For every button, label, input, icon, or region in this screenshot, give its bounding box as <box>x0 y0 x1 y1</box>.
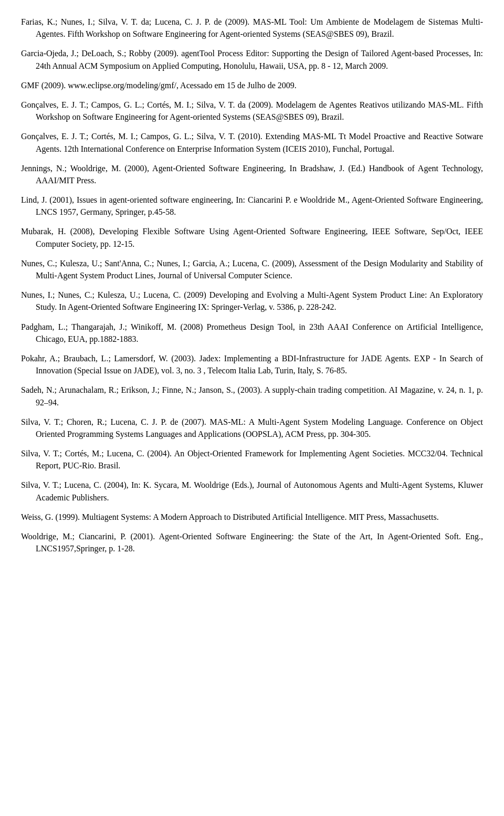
reference-text: Mubarak, H. (2008), Developing Flexible … <box>21 225 483 249</box>
reference-text: Lind, J. (2001), Issues in agent-oriente… <box>21 194 483 218</box>
reference-item: Garcia-Ojeda, J.; DeLoach, S.; Robby (20… <box>21 47 483 71</box>
reference-text: Gonçalves, E. J. T.; Cortés, M. I.; Camp… <box>21 130 483 154</box>
reference-item: Gonçalves, E. J. T.; Cortés, M. I.; Camp… <box>21 130 483 154</box>
reference-item: Silva, V. T.; Choren, R.; Lucena, C. J. … <box>21 416 483 440</box>
reference-text: Wooldrige, M.; Ciancarini, P. (2001). Ag… <box>21 530 483 555</box>
reference-text: Pokahr, A.; Braubach, L.; Lamersdorf, W.… <box>21 352 483 376</box>
reference-text: Silva, V. T.; Lucena, C. (2004), In: K. … <box>21 479 483 503</box>
reference-item: Weiss, G. (1999). Multiagent Systems: A … <box>21 511 483 523</box>
reference-item: Lind, J. (2001), Issues in agent-oriente… <box>21 194 483 218</box>
reference-item: Silva, V. T.; Cortés, M.; Lucena, C. (20… <box>21 447 483 472</box>
reference-text: Gonçalves, E. J. T.; Campos, G. L.; Cort… <box>21 99 483 123</box>
reference-text: Silva, V. T.; Cortés, M.; Lucena, C. (20… <box>21 447 483 472</box>
reference-text: Weiss, G. (1999). Multiagent Systems: A … <box>21 511 483 523</box>
reference-text: Sadeh, N.; Arunachalam, R.; Erikson, J.;… <box>21 384 483 408</box>
reference-text: Nunes, I.; Nunes, C.; Kulesza, U.; Lucen… <box>21 289 483 313</box>
reference-item: Sadeh, N.; Arunachalam, R.; Erikson, J.;… <box>21 384 483 408</box>
reference-item: Silva, V. T.; Lucena, C. (2004), In: K. … <box>21 479 483 503</box>
reference-item: Nunes, C.; Kulesza, U.; Sant'Anna, C.; N… <box>21 257 483 281</box>
reference-item: Farias, K.; Nunes, I.; Silva, V. T. da; … <box>21 16 483 40</box>
reference-text: Silva, V. T.; Choren, R.; Lucena, C. J. … <box>21 416 483 440</box>
reference-item: Pokahr, A.; Braubach, L.; Lamersdorf, W.… <box>21 352 483 376</box>
reference-text: Jennings, N.; Wooldrige, M. (2000), Agen… <box>21 162 483 186</box>
reference-item: Gonçalves, E. J. T.; Campos, G. L.; Cort… <box>21 99 483 123</box>
reference-text: Nunes, C.; Kulesza, U.; Sant'Anna, C.; N… <box>21 257 483 281</box>
reference-item: Wooldrige, M.; Ciancarini, P. (2001). Ag… <box>21 530 483 555</box>
reference-item: Nunes, I.; Nunes, C.; Kulesza, U.; Lucen… <box>21 289 483 313</box>
references-list: Farias, K.; Nunes, I.; Silva, V. T. da; … <box>21 16 483 555</box>
reference-text: Padgham, L.; Thangarajah, J.; Winikoff, … <box>21 321 483 345</box>
reference-item: GMF (2009). www.eclipse.org/modeling/gmf… <box>21 79 483 91</box>
reference-item: Mubarak, H. (2008), Developing Flexible … <box>21 225 483 249</box>
reference-text: Garcia-Ojeda, J.; DeLoach, S.; Robby (20… <box>21 47 483 71</box>
reference-item: Jennings, N.; Wooldrige, M. (2000), Agen… <box>21 162 483 186</box>
reference-text: GMF (2009). www.eclipse.org/modeling/gmf… <box>21 79 483 91</box>
reference-text: Farias, K.; Nunes, I.; Silva, V. T. da; … <box>21 16 483 40</box>
reference-item: Padgham, L.; Thangarajah, J.; Winikoff, … <box>21 321 483 345</box>
